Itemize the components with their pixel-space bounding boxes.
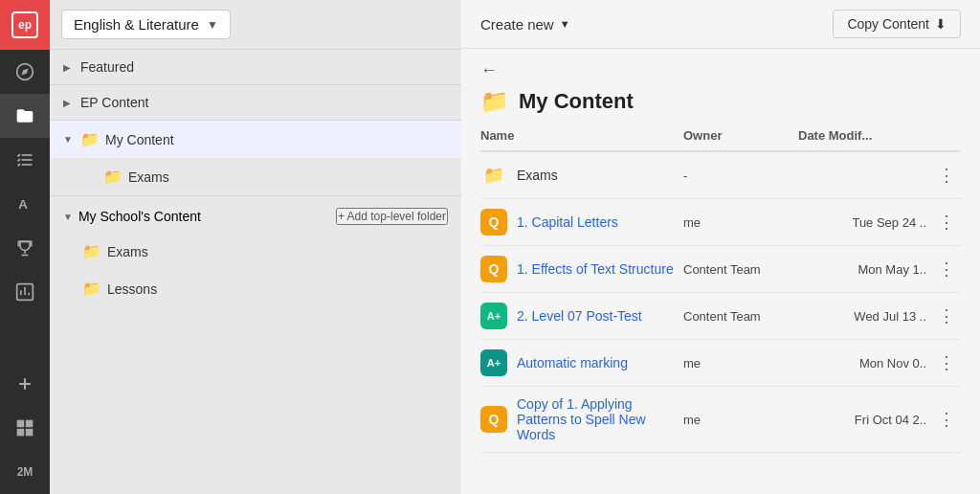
create-new-chevron-icon: ▼ (560, 18, 570, 30)
svg-rect-16 (17, 429, 25, 437)
sidebar-header: English & Literature ▼ (50, 0, 461, 50)
nav-trophy[interactable] (0, 226, 50, 270)
row-name-level07: A+ 2. Level 07 Post-Test (480, 303, 683, 329)
back-button[interactable]: ← (480, 60, 961, 80)
svg-rect-17 (26, 429, 33, 437)
main-toolbar: Create new ▼ Copy Content ⬇ (461, 0, 980, 49)
ep-content-arrow-icon: ▶ (63, 98, 75, 108)
logo-area: ep (0, 0, 50, 50)
nav-add[interactable] (0, 362, 50, 406)
nav-font[interactable]: A (0, 182, 50, 226)
table-row[interactable]: A+ 2. Level 07 Post-Test Content Team We… (480, 293, 961, 340)
ep-content-item[interactable]: ▶ EP Content (50, 85, 461, 120)
nav-chart[interactable] (0, 270, 50, 314)
nav-grid[interactable] (0, 406, 50, 450)
col-owner-header: Owner (683, 128, 798, 143)
page-folder-icon: 📁 (480, 88, 509, 115)
logo: ep (11, 11, 38, 38)
svg-rect-14 (17, 420, 25, 428)
my-content-arrow-icon: ▼ (63, 134, 75, 145)
col-name-header: Name (480, 128, 683, 143)
row-name-auto-marking: A+ Automatic marking (480, 349, 683, 376)
row-owner-capital-letters: me (683, 215, 798, 230)
add-folder-label: + Add top-level folder (338, 210, 446, 223)
table-header: Name Owner Date Modif... (480, 121, 961, 152)
my-school-header: ▼ My School's Content + Add top-level fo… (50, 200, 461, 233)
row-menu-capital-letters[interactable]: ⋮ (932, 212, 961, 233)
row-date-copy-patterns: Fri Oct 04 2.. (798, 413, 932, 427)
main-header: ← 📁 My Content (461, 49, 980, 121)
table-row[interactable]: Q 1. Capital Letters me Tue Sep 24 .. ⋮ (480, 199, 961, 246)
auto-marking-icon: A+ (480, 349, 507, 376)
row-date-capital-letters: Tue Sep 24 .. (798, 215, 932, 230)
copy-content-label: Copy Content (847, 16, 929, 32)
ep-content-label: EP Content (80, 95, 148, 110)
content-table: Name Owner Date Modif... 📁 Exams - ⋮ Q 1… (461, 121, 980, 494)
exams-row-folder-icon: 📁 (480, 162, 507, 189)
row-menu-level07[interactable]: ⋮ (932, 305, 961, 326)
user-badge[interactable]: 2M (0, 450, 50, 494)
exams-label: Exams (128, 169, 169, 185)
add-top-level-folder-button[interactable]: + Add top-level folder (336, 208, 448, 225)
row-name-capital-letters: Q 1. Capital Letters (480, 209, 683, 236)
school-exams-folder-icon: 📁 (82, 242, 101, 260)
my-school-arrow-icon: ▼ (63, 212, 73, 222)
featured-arrow-icon: ▶ (63, 62, 75, 73)
table-row[interactable]: 📁 Exams - ⋮ (480, 152, 961, 199)
back-icon: ← (480, 60, 498, 80)
my-content-folder-icon: 📁 (80, 130, 100, 148)
row-date-level07: Wed Jul 13 .. (798, 309, 932, 324)
copy-content-icon: ⬇ (935, 16, 947, 32)
nav-folder[interactable] (0, 94, 50, 138)
row-owner-level07: Content Team (683, 309, 798, 324)
effects-text-icon: Q (480, 256, 507, 282)
table-row[interactable]: A+ Automatic marking me Mon Nov 0.. ⋮ (480, 340, 961, 387)
chevron-down-icon: ▼ (207, 18, 218, 32)
nav-tasks[interactable] (0, 138, 50, 182)
page-title: My Content (519, 89, 634, 114)
sidebar-tree: ▶ Featured ▶ EP Content ▼ 📁 My Content 📁… (50, 50, 461, 494)
my-school-section: ▼ My School's Content + Add top-level fo… (50, 196, 461, 311)
row-date-effects-text: Mon May 1.. (798, 262, 932, 277)
create-new-button[interactable]: Create new ▼ (480, 16, 570, 33)
level07-icon: A+ (480, 303, 507, 329)
featured-section: ▶ Featured (50, 50, 461, 85)
row-owner-auto-marking: me (683, 356, 798, 370)
svg-rect-15 (26, 420, 33, 428)
school-lessons-folder-icon: 📁 (82, 280, 101, 298)
featured-item[interactable]: ▶ Featured (50, 50, 461, 84)
my-content-item[interactable]: ▼ 📁 My Content (50, 121, 461, 158)
school-lessons-label: Lessons (107, 281, 157, 297)
row-name-exams: 📁 Exams (480, 162, 683, 189)
my-content-section: ▼ 📁 My Content 📁 Exams (50, 121, 461, 196)
capital-letters-icon: Q (480, 209, 507, 236)
school-exams-item[interactable]: 📁 Exams (50, 233, 461, 270)
copy-content-button[interactable]: Copy Content ⬇ (833, 10, 961, 38)
svg-marker-1 (21, 68, 28, 75)
my-content-label: My Content (105, 132, 174, 147)
my-school-label[interactable]: My School's Content (78, 209, 201, 224)
col-date-header: Date Modif... (798, 128, 932, 143)
copy-patterns-icon: Q (480, 406, 507, 433)
row-owner-exams: - (683, 168, 798, 183)
create-new-label: Create new (480, 16, 554, 33)
featured-label: Featured (80, 59, 134, 75)
row-owner-effects-text: Content Team (683, 262, 798, 277)
row-menu-effects-text[interactable]: ⋮ (932, 258, 961, 280)
school-lessons-item[interactable]: 📁 Lessons (50, 270, 461, 307)
subject-dropdown[interactable]: English & Literature ▼ (61, 10, 231, 39)
exams-folder-icon: 📁 (103, 168, 122, 186)
row-menu-copy-patterns[interactable]: ⋮ (932, 409, 961, 430)
row-owner-copy-patterns: me (683, 413, 798, 427)
row-menu-auto-marking[interactable]: ⋮ (932, 352, 961, 373)
nav-compass[interactable] (0, 50, 50, 94)
row-name-copy-patterns: Q Copy of 1. Applying Patterns to Spell … (480, 396, 683, 442)
table-row[interactable]: Q Copy of 1. Applying Patterns to Spell … (480, 387, 961, 453)
main-content: Create new ▼ Copy Content ⬇ ← 📁 My Conte… (461, 0, 980, 494)
row-menu-exams[interactable]: ⋮ (932, 165, 961, 186)
table-row[interactable]: Q 1. Effects of Text Structure Content T… (480, 246, 961, 293)
school-exams-label: Exams (107, 244, 148, 259)
my-content-exams-item[interactable]: 📁 Exams (50, 158, 461, 195)
row-date-auto-marking: Mon Nov 0.. (798, 356, 932, 370)
ep-content-section: ▶ EP Content (50, 85, 461, 121)
